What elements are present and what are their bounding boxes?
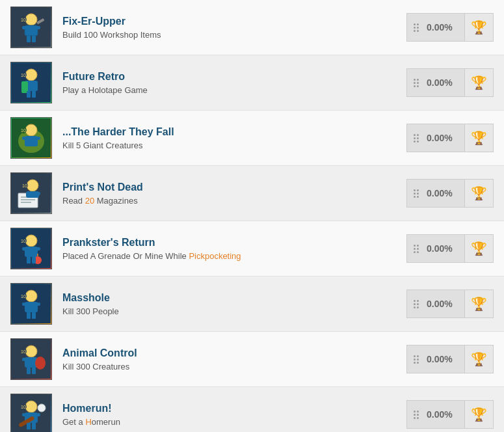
achievement-info-homerun: Homerun! Get a Homerun	[62, 403, 406, 427]
dots-icon-prints-not-dead	[414, 189, 421, 198]
achievement-title-future-retro: Future Retro	[62, 71, 406, 83]
percentage-fix-er-upper: 0.00%	[427, 22, 453, 33]
achievement-title-the-harder-they-fall: ...The Harder They Fall	[62, 126, 406, 138]
svg-text:101: 101	[21, 405, 29, 409]
achievement-info-pranksters-return: Prankster's Return Placed A Grenade Or M…	[62, 237, 406, 261]
svg-point-62	[35, 357, 46, 370]
achievement-title-animal-control: Animal Control	[62, 347, 406, 359]
dots-icon-animal-control	[414, 355, 421, 364]
achievement-stats-fix-er-upper: 0.00% 🏆	[406, 13, 494, 42]
trophy-box-future-retro[interactable]: 🏆	[465, 68, 494, 97]
percentage-the-harder-they-fall: 0.00%	[427, 133, 453, 143]
dots-icon-pranksters-return	[414, 245, 421, 253]
svg-rect-63	[27, 368, 31, 374]
achievement-title-fix-er-upper: Fix-Er-Upper	[62, 16, 406, 27]
dots-icon-future-retro	[414, 79, 421, 87]
percentage-prints-not-dead: 0.00%	[427, 188, 453, 198]
svg-text:101: 101	[21, 294, 29, 299]
svg-text:101: 101	[22, 183, 30, 188]
vault-boy-harder: 101	[10, 117, 52, 159]
svg-rect-41	[35, 247, 40, 250]
svg-text:101: 101	[21, 18, 29, 22]
svg-text:101: 101	[21, 73, 29, 77]
achievement-item-prints-not-dead[interactable]: 101 Print's Not Dead Read 20 Magazines 0…	[0, 166, 504, 221]
trophy-box-prints-not-dead[interactable]: 🏆	[465, 179, 494, 208]
achievement-item-homerun[interactable]: 101 Homerun! Get a Homerun 0.00% 🏆	[0, 387, 504, 432]
trophy-icon-animal-control: 🏆	[471, 351, 487, 367]
svg-rect-34	[35, 192, 40, 195]
svg-rect-3	[22, 26, 27, 29]
achievement-info-masshole: Masshole Kill 300 People	[62, 292, 406, 316]
vault-boy-future: 101	[10, 62, 52, 103]
achievement-item-masshole[interactable]: 101 Masshole Kill 300 People 0.00% 🏆	[0, 277, 504, 332]
vault-boy-print: 101	[10, 172, 52, 214]
svg-rect-45	[32, 257, 36, 263]
achievement-stats-animal-control: 0.00% 🏆	[406, 345, 494, 373]
achievement-desc-homerun: Get a Homerun	[62, 417, 406, 427]
svg-rect-54	[32, 312, 36, 319]
svg-rect-51	[22, 303, 27, 306]
percentage-box-animal-control[interactable]: 0.00%	[406, 345, 465, 373]
svg-rect-53	[27, 312, 31, 319]
svg-rect-44	[27, 257, 31, 263]
svg-text:101: 101	[21, 128, 29, 133]
trophy-box-pranksters-return[interactable]: 🏆	[465, 234, 494, 263]
trophy-box-the-harder-they-fall[interactable]: 🏆	[465, 124, 494, 152]
svg-rect-24	[35, 137, 40, 140]
svg-text:101: 101	[21, 349, 29, 354]
trophy-box-homerun[interactable]: 🏆	[465, 400, 494, 429]
svg-rect-16	[32, 91, 36, 98]
trophy-box-animal-control[interactable]: 🏆	[465, 345, 494, 373]
achievement-desc-pranksters-return: Placed A Grenade Or Mine While Pickpocke…	[62, 251, 406, 261]
achievement-desc-future-retro: Play a Holotape Game	[62, 85, 406, 95]
achievement-info-animal-control: Animal Control Kill 300 Creatures	[62, 347, 406, 371]
svg-rect-75	[32, 423, 36, 429]
achievement-stats-the-harder-they-fall: 0.00% 🏆	[406, 124, 494, 152]
achievement-info-future-retro: Future Retro Play a Holotape Game	[62, 71, 406, 95]
trophy-box-fix-er-upper[interactable]: 🏆	[465, 13, 494, 42]
percentage-box-pranksters-return[interactable]: 0.00%	[406, 234, 465, 263]
svg-point-73	[38, 404, 46, 412]
percentage-box-homerun[interactable]: 0.00%	[406, 400, 465, 429]
achievement-desc-fix-er-upper: Build 100 Workshop Items	[62, 30, 406, 40]
trophy-icon-homerun: 🏆	[471, 407, 487, 422]
trophy-box-masshole[interactable]: 🏆	[465, 290, 494, 318]
achievement-title-homerun: Homerun!	[62, 403, 406, 414]
percentage-box-the-harder-they-fall[interactable]: 0.00%	[406, 124, 465, 152]
achievement-item-pranksters-return[interactable]: 101 Prankster's Return Placed A Grenade …	[0, 221, 504, 277]
vault-boy-fix: 101	[10, 7, 52, 48]
achievement-desc-prints-not-dead: Read 20 Magazines	[62, 196, 406, 206]
vault-boy-prankster: 101	[10, 228, 52, 269]
achievement-list: 101 Fix-Er-Upper Build 100 Workshop Item…	[0, 0, 504, 432]
percentage-animal-control: 0.00%	[427, 354, 453, 364]
vault-boy-masshole: 101	[10, 283, 52, 325]
percentage-box-future-retro[interactable]: 0.00%	[406, 68, 465, 97]
percentage-box-masshole[interactable]: 0.00%	[406, 290, 465, 318]
achievement-title-prints-not-dead: Print's Not Dead	[62, 182, 406, 193]
percentage-box-prints-not-dead[interactable]: 0.00%	[406, 179, 465, 208]
percentage-box-fix-er-upper[interactable]: 0.00%	[406, 13, 465, 42]
svg-rect-40	[22, 247, 27, 250]
svg-rect-6	[32, 36, 36, 42]
achievement-item-the-harder-they-fall[interactable]: 101 ...The Harder They Fall Kill 5 Giant…	[0, 111, 504, 166]
achievement-item-fix-er-upper[interactable]: 101 Fix-Er-Upper Build 100 Workshop Item…	[0, 0, 504, 55]
achievement-desc-masshole: Kill 300 People	[62, 306, 406, 316]
achievement-item-future-retro[interactable]: 101 Future Retro Play a Holotape Game 0.…	[0, 55, 504, 111]
achievement-title-pranksters-return: Prankster's Return	[62, 237, 406, 249]
svg-rect-74	[27, 423, 31, 429]
vault-boy-animal: 101	[10, 338, 52, 380]
dots-icon-homerun	[414, 411, 421, 419]
percentage-masshole: 0.00%	[427, 299, 453, 309]
trophy-icon-pranksters-return: 🏆	[471, 241, 487, 256]
achievement-stats-prints-not-dead: 0.00% 🏆	[406, 179, 494, 208]
svg-rect-60	[22, 358, 27, 361]
svg-rect-71	[35, 413, 40, 416]
svg-text:101: 101	[21, 239, 29, 243]
percentage-pranksters-return: 0.00%	[427, 243, 453, 254]
percentage-homerun: 0.00%	[427, 409, 453, 420]
svg-rect-64	[32, 368, 36, 374]
achievement-stats-future-retro: 0.00% 🏆	[406, 68, 494, 97]
achievement-stats-masshole: 0.00% 🏆	[406, 290, 494, 318]
achievement-item-animal-control[interactable]: 101 Animal Control Kill 300 Creatures 0.…	[0, 332, 504, 387]
svg-rect-23	[22, 137, 27, 140]
